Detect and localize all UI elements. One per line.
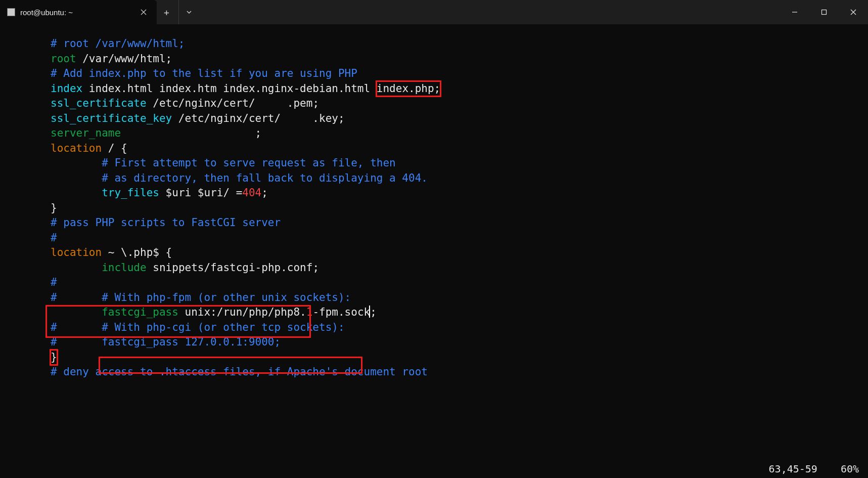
highlight-closing-brace: } <box>51 350 57 365</box>
code-indent <box>51 187 102 199</box>
code-comment: # # With php-fpm (or other unix sockets)… <box>51 291 351 303</box>
tab-title: root@ubuntu: ~ <box>20 8 132 17</box>
code-number: 1 <box>306 306 313 318</box>
code-text: ~ \.php$ { <box>102 246 172 258</box>
code-comment: # deny access to .htaccess files, if Apa… <box>51 366 428 378</box>
close-tab-button[interactable] <box>138 6 150 19</box>
code-comment: # <box>51 232 57 244</box>
code-comment: # # With php-cgi (or other tcp sockets): <box>51 321 345 333</box>
code-directive: root <box>51 53 76 65</box>
tab-dropdown-button[interactable] <box>178 0 199 24</box>
code-text: /etc/nginx/cert/ .key; <box>172 112 344 124</box>
tab-terminal[interactable]: root@ubuntu: ~ <box>0 0 157 24</box>
code-text: ; <box>261 187 268 199</box>
code-directive: include <box>102 262 147 274</box>
code-text: ; <box>370 306 377 318</box>
code-comment: # as directory, then fall back to displa… <box>51 172 428 184</box>
code-indent <box>51 262 102 274</box>
code-directive: fastcgi_pass <box>102 306 178 318</box>
code-text: /etc/nginx/cert/ .pem; <box>147 97 319 109</box>
title-bar: root@ubuntu: ~ + <box>0 0 868 24</box>
svg-rect-0 <box>822 10 827 15</box>
minimize-icon <box>792 9 798 15</box>
code-directive: server_name <box>51 127 121 139</box>
code-keyword: location <box>51 246 102 258</box>
code-text: / { <box>102 142 127 154</box>
code-indent <box>51 306 102 318</box>
code-brace: } <box>51 202 57 214</box>
code-text: $uri $uri/ = <box>159 187 242 199</box>
code-comment: # pass PHP scripts to FastCGI server <box>51 216 281 229</box>
code-keyword: location <box>51 142 102 154</box>
window-controls <box>780 0 868 24</box>
tab-actions: + <box>157 0 199 24</box>
maximize-icon <box>821 9 827 15</box>
code-text: -fpm.sock <box>312 306 370 318</box>
code-text: snippets/fastcgi-php.conf; <box>147 262 319 274</box>
code-comment: # root /var/www/html; <box>51 37 185 50</box>
terminal-content[interactable]: # root /var/www/html; root /var/www/html… <box>0 24 868 380</box>
vim-status-bar: 63,45-59 60% <box>0 463 868 478</box>
close-window-button[interactable] <box>839 0 868 24</box>
code-number: 404 <box>242 187 261 199</box>
code-comment: # fastcgi_pass 127.0.0.1:9000; <box>51 336 281 348</box>
code-text: index.html index.htm index.nginx-debian.… <box>82 82 377 95</box>
minimize-button[interactable] <box>780 0 809 24</box>
code-text: unix:/run/php/php8. <box>178 306 306 318</box>
new-tab-button[interactable]: + <box>157 0 176 24</box>
terminal-icon <box>7 8 15 16</box>
code-comment: # First attempt to serve request as file… <box>51 157 396 169</box>
code-directive: index <box>51 82 82 95</box>
close-icon <box>850 9 857 16</box>
code-directive: ssl_certificate <box>51 97 147 109</box>
scroll-percent: 60% <box>841 463 859 475</box>
maximize-button[interactable] <box>809 0 839 24</box>
code-directive: try_files <box>102 187 159 199</box>
highlight-index-php: index.php; <box>377 81 440 97</box>
code-comment: # <box>51 276 57 288</box>
code-text: ; <box>121 127 261 139</box>
chevron-down-icon <box>186 9 192 15</box>
code-comment: # Add index.php to the list if you are u… <box>51 67 357 79</box>
code-directive: ssl_certificate_key <box>51 112 172 124</box>
code-text: /var/www/html; <box>76 53 172 65</box>
cursor-position: 63,45-59 <box>769 463 817 475</box>
